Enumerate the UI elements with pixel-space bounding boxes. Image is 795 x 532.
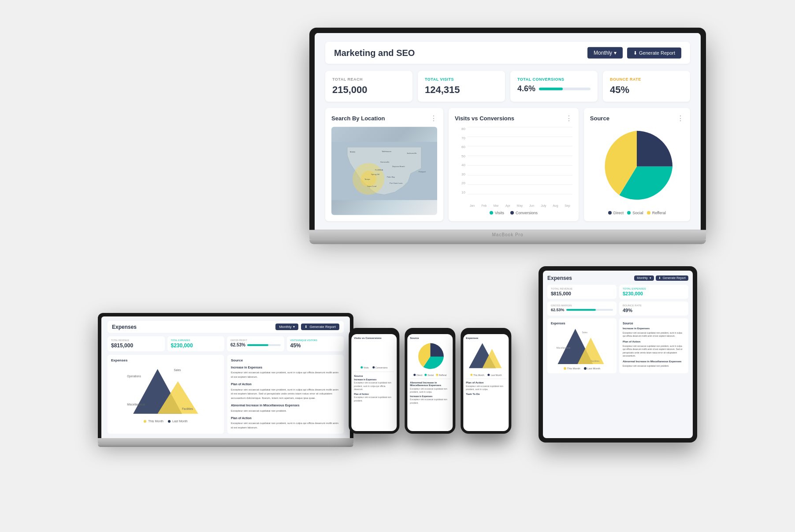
bar-chart-legend: Visits Conversions	[455, 211, 572, 215]
tablet-kpi-revenue-value: $815,000	[551, 291, 613, 296]
generate-report-button[interactable]: ⬇ Generate Report	[627, 47, 681, 58]
sec-plan2-title: Plan of Action	[231, 416, 340, 420]
tablet-report-button[interactable]: ⬇ Generate Report	[656, 275, 688, 281]
phone-2: Source Direct Social Refferal	[405, 328, 455, 434]
tablet-source-title: Source	[623, 322, 685, 325]
monthly-button[interactable]: Monthly ▾	[587, 47, 623, 59]
pie-container: Direct Social Refferal	[590, 127, 684, 215]
laptop-screen: Marketing and SEO Monthly ▾ ⬇ Generate R…	[315, 33, 701, 230]
pie-chart-svg	[597, 127, 676, 206]
svg-text:Spring Hill: Spring Hill	[371, 173, 379, 175]
secondary-dash-title: Expenses	[112, 324, 137, 330]
phone-3-title: Expenses	[466, 337, 506, 339]
florida-map-svg: Mobile Tallahassee Jacksonville Gainesvi…	[331, 127, 437, 215]
legend-last-month: Last Month	[168, 420, 188, 423]
svg-text:Sales: Sales	[582, 331, 588, 334]
secondary-monthly-button[interactable]: Monthly ▾	[275, 324, 298, 330]
svg-text:Jacksonville: Jacksonville	[407, 152, 417, 154]
sec-expenses-legend: This Month Last Month	[111, 420, 220, 423]
legend-refferal-dot	[647, 211, 650, 215]
tablet-expenses-title: Expenses	[551, 322, 613, 325]
tablet-kpi-expenses: TOTAL EXPENSES $230,000	[619, 285, 688, 299]
kpi-total-visits-label: TOTAL VISITS	[425, 77, 498, 82]
pie-chart-header: Source ⋮	[590, 114, 684, 123]
phone-2-screen: Source Direct Social Refferal	[407, 334, 453, 431]
legend-direct: Direct	[608, 211, 624, 215]
expenses-triangle-svg: Miscellaneous Operations Sales Facilitie…	[111, 365, 220, 418]
map-chart-header: Search By Location ⋮	[331, 114, 437, 123]
svg-text:Facilities: Facilities	[182, 407, 193, 410]
tablet-monthly-button[interactable]: Monthly ▾	[634, 275, 654, 281]
phone-3-plan-title: Plan of Action	[466, 381, 506, 384]
pie-chart-title: Source	[590, 115, 609, 122]
bar-chart-title: Visits vs Conversions	[455, 115, 514, 122]
legend-conversions-dot	[510, 211, 514, 215]
svg-text:Mobile: Mobile	[350, 151, 356, 153]
sec-kpi-expenses-value: $230,000	[171, 342, 221, 349]
phone-2-increase-title: Abnormal Increase in Miscellaneous Expen…	[410, 381, 450, 387]
page-title: Marketing and SEO	[334, 48, 415, 58]
pie-chart-card: Source ⋮	[584, 108, 690, 221]
sec-plan-title: Plan of Action	[231, 382, 340, 387]
tablet-source-text: Increase in Expenses Excepteur sint occa…	[623, 327, 685, 368]
tablet-header: Expenses Monthly ▾ ⬇ Generate Report	[547, 275, 688, 281]
laptop-base	[309, 230, 706, 240]
laptop-stand	[309, 240, 706, 244]
charts-row: Search By Location ⋮	[325, 108, 690, 221]
kpi-bounce-rate-value: 45%	[610, 84, 683, 96]
tablet-kpi-bounce-value: 49%	[623, 308, 685, 313]
secondary-laptop-base	[98, 438, 353, 444]
sec-source-title: Source	[231, 358, 340, 362]
kpi-total-conversions-label: TOTAL CONVERSIONS	[517, 77, 591, 82]
bar-chart-menu[interactable]: ⋮	[565, 114, 572, 123]
phone-3-triangle-svg	[466, 341, 506, 372]
svg-text:Cape Coral: Cape Coral	[367, 185, 376, 187]
tablet-source-card: Source Increase in Expenses Excepteur si…	[619, 318, 688, 373]
main-laptop: Marketing and SEO Monthly ▾ ⬇ Generate R…	[309, 28, 706, 244]
secondary-charts-row: Expenses Miscellaneous Operations Sale	[108, 355, 344, 434]
legend-social: Social	[627, 211, 643, 215]
svg-text:Gainesville: Gainesville	[380, 161, 390, 163]
secondary-dashboard: Expenses Monthly ▾ ⬇ Generate Report	[101, 316, 350, 438]
kpi-total-reach-label: TOTAL REACH	[332, 77, 405, 82]
tablet-kpi-expenses-value: $230,000	[623, 291, 685, 296]
map-chart-menu[interactable]: ⋮	[430, 114, 437, 123]
grid-lines	[467, 127, 572, 194]
phone-1-title: Visits vs Conversions	[354, 337, 394, 339]
phone-3-screen: Expenses This Month Last Month Plan of A…	[463, 334, 509, 431]
sec-kpi-profit-value: 62.53%	[230, 342, 245, 347]
tablet-frame: Expenses Monthly ▾ ⬇ Generate Report	[539, 266, 697, 443]
phone-1-source-title: Source	[354, 375, 394, 377]
kpi-conversions-progress: 4.6%	[517, 84, 591, 93]
tablet-kpi-bounce: BOUNCE RATE 49%	[619, 301, 688, 316]
sec-abnormal-title: Abnormal Increase in Miscellaneous Expen…	[231, 403, 340, 408]
kpi-bounce-rate-label: BOUNCE RATE	[610, 77, 683, 82]
svg-text:Port Saint Lucie: Port Saint Lucie	[390, 182, 403, 184]
legend-refferal: Refferal	[647, 211, 666, 215]
sec-expenses-title: Expenses	[111, 358, 220, 362]
sec-kpi-profit-label: GROSS PROFIT	[230, 339, 281, 342]
bar-chart-header: Visits vs Conversions ⋮	[455, 114, 572, 123]
phone-3-notch	[478, 331, 494, 333]
phone-2-notch	[422, 331, 438, 333]
tablet-kpi-row2: GROSS MARGIN 62.53% BOUNCE RATE 49%	[547, 301, 688, 316]
bar-chart-card: Visits vs Conversions ⋮ 80 70 60 50	[449, 108, 579, 221]
phone-3-triangle	[466, 341, 506, 372]
kpi-total-reach-value: 215,000	[332, 84, 405, 96]
pie-chart-menu[interactable]: ⋮	[677, 114, 684, 123]
kpi-total-conversions-value: 4.6%	[517, 84, 535, 93]
map-container: Mobile Tallahassee Jacksonville Gainesvi…	[331, 127, 437, 215]
phone-1-notch	[366, 331, 382, 333]
tablet-kpi-row: TOTAL REVENUE $815,000 TOTAL EXPENSES $2…	[547, 285, 688, 299]
tablet-expenses-chart: Expenses Miscellaneous Sales Facilities	[547, 318, 617, 373]
phone-group: Visits vs Conversions Visits Conversions	[349, 328, 511, 434]
svg-text:Daytona Beach: Daytona Beach	[392, 165, 405, 167]
secondary-report-button[interactable]: ⬇ Generate Report	[301, 324, 339, 330]
phone-3-task-title: Task To Do	[466, 393, 506, 395]
y-axis-labels: 80 70 60 50 40 30 20 10	[455, 127, 465, 194]
dash-controls: Monthly ▾ ⬇ Generate Report	[587, 47, 681, 59]
tablet-kpi-revenue-label: TOTAL REVENUE	[551, 287, 613, 290]
legend-visits: Visits	[490, 211, 504, 215]
secondary-laptop: Expenses Monthly ▾ ⬇ Generate Report	[98, 313, 353, 447]
sec-kpi-visitors-label: VISITS/UNIQUE VISITORS	[290, 339, 341, 342]
